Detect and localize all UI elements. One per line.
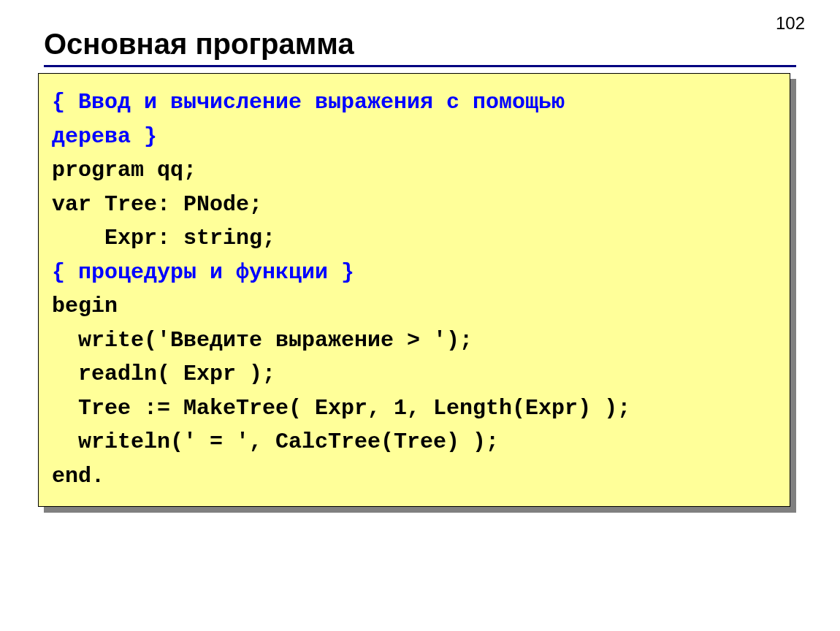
- code-comment-2: { процедуры и функции }: [52, 260, 354, 285]
- code-comment-1a: { Ввод и вычисление выражения с помощью: [52, 90, 565, 115]
- slide: 102 Основная программа { Ввод и вычислен…: [0, 0, 840, 631]
- code-line-6: readln( Expr );: [52, 362, 275, 386]
- code-line-8: writeln(' = ', CalcTree(Tree) );: [52, 429, 499, 454]
- code-box: { Ввод и вычисление выражения с помощью …: [38, 73, 790, 507]
- code-line-2: var Tree: PNode;: [52, 192, 262, 217]
- slide-title: Основная программа: [44, 28, 796, 61]
- code-line-9: end.: [52, 464, 104, 489]
- code-line-1: program qq;: [52, 158, 196, 183]
- title-underline: [44, 65, 796, 67]
- code-comment-1b: дерева }: [52, 124, 157, 149]
- page-number: 102: [776, 13, 805, 34]
- code-line-3: Expr: string;: [52, 226, 275, 251]
- code-line-5: write('Введите выражение > ');: [52, 328, 473, 353]
- code-line-7: Tree := MakeTree( Expr, 1, Length(Expr) …: [52, 396, 630, 421]
- code-box-shadow: { Ввод и вычисление выражения с помощью …: [44, 79, 796, 513]
- code-line-4: begin: [52, 294, 118, 318]
